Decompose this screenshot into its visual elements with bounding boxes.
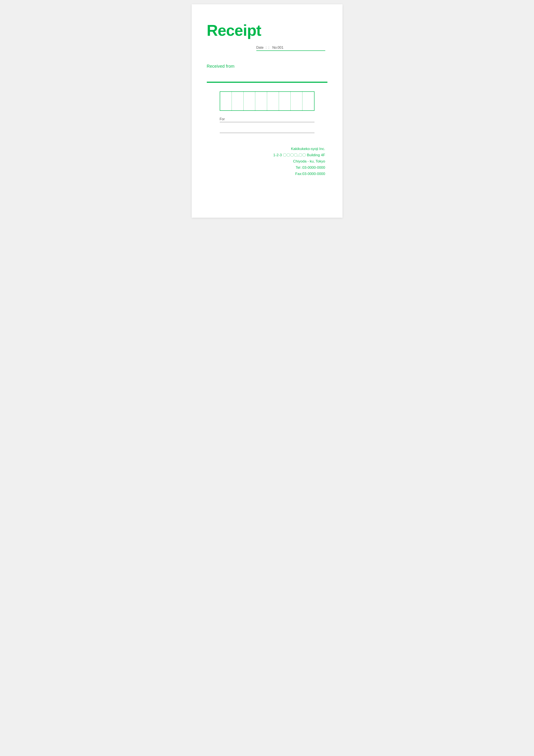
date-sep2: : [268, 46, 269, 50]
blank-line-wrapper [207, 126, 327, 133]
amount-cell-7 [291, 92, 302, 110]
date-sep1: : [266, 46, 267, 50]
amount-cell-6 [279, 92, 291, 110]
green-divider [207, 82, 327, 83]
amount-cell-2 [232, 92, 243, 110]
company-line-4: Tel :03-0000-0000 [295, 165, 325, 171]
company-line-1: Kakikukeko-syoji Inc. [291, 146, 325, 152]
date-row: Date : : No:001 [207, 46, 327, 51]
for-label: For [220, 117, 225, 121]
amount-cell-5 [267, 92, 279, 110]
company-info: Kakikukeko-syoji Inc. 1-2-3 〇〇〇〇,〇〇 Buil… [207, 146, 327, 177]
receipt-page: Receipt Date : : No:001 Received from Fo… [192, 4, 343, 218]
company-line-5: Fax:03-0000-0000 [295, 171, 325, 177]
amount-box [220, 92, 315, 111]
amount-cell-1 [220, 92, 232, 110]
received-from-label: Received from [207, 64, 327, 69]
amount-cell-4 [255, 92, 267, 110]
for-line-wrapper: For [207, 117, 327, 122]
for-line: For [220, 117, 315, 122]
blank-line [220, 126, 315, 133]
date-no: No:001 [272, 46, 284, 50]
date-label: Date [256, 46, 264, 50]
amount-cell-8 [302, 92, 314, 110]
company-line-3: Chiyoda - ku, Tokyo [293, 158, 325, 165]
amount-box-wrapper [207, 92, 327, 111]
date-line: Date : : No:001 [256, 46, 325, 51]
amount-cell-3 [243, 92, 255, 110]
page-title: Receipt [207, 21, 327, 39]
company-line-2: 1-2-3 〇〇〇〇,〇〇 Building 4F [273, 152, 325, 158]
